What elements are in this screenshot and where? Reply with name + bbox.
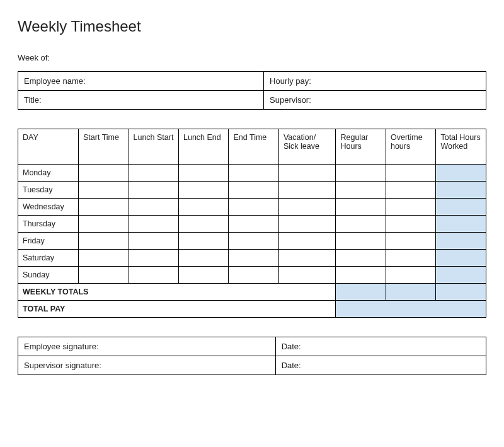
total-pay-label: TOTAL PAY <box>18 301 336 318</box>
day-cell: Saturday <box>18 250 79 267</box>
table-row: Sunday <box>18 267 486 284</box>
vacation-sick-cell[interactable] <box>278 216 336 233</box>
header-total-hours: Total Hours Worked <box>436 129 486 165</box>
overtime-hours-cell[interactable] <box>386 216 435 233</box>
start-time-cell[interactable] <box>79 199 129 216</box>
employee-name-cell[interactable]: Employee name: <box>18 72 264 91</box>
day-cell: Thursday <box>18 216 79 233</box>
vacation-sick-cell[interactable] <box>278 182 336 199</box>
total-pay-cell[interactable] <box>336 301 486 318</box>
total-hours-cell[interactable] <box>436 199 486 216</box>
lunch-start-cell[interactable] <box>129 250 178 267</box>
end-time-cell[interactable] <box>229 250 278 267</box>
day-cell: Monday <box>18 165 79 182</box>
vacation-sick-cell[interactable] <box>278 250 336 267</box>
header-lunch-end: Lunch End <box>178 129 228 165</box>
regular-hours-cell[interactable] <box>336 216 386 233</box>
start-time-cell[interactable] <box>79 182 129 199</box>
overtime-hours-cell[interactable] <box>386 199 435 216</box>
employee-info-table: Employee name: Hourly pay: Title: Superv… <box>18 71 486 110</box>
vacation-sick-cell[interactable] <box>278 267 336 284</box>
lunch-end-cell[interactable] <box>178 216 228 233</box>
header-start-time: Start Time <box>79 129 129 165</box>
overtime-hours-cell[interactable] <box>386 267 435 284</box>
start-time-cell[interactable] <box>79 267 129 284</box>
table-row: Saturday <box>18 250 486 267</box>
signature-table: Employee signature: Date: Supervisor sig… <box>18 337 486 375</box>
lunch-start-cell[interactable] <box>129 199 178 216</box>
total-hours-cell[interactable] <box>436 216 486 233</box>
lunch-start-cell[interactable] <box>129 165 178 182</box>
lunch-end-cell[interactable] <box>178 250 228 267</box>
header-vacation-sick: Vacation/ Sick leave <box>278 129 336 165</box>
start-time-cell[interactable] <box>79 216 129 233</box>
hourly-pay-cell[interactable]: Hourly pay: <box>264 72 486 91</box>
day-cell: Tuesday <box>18 182 79 199</box>
supervisor-cell[interactable]: Supervisor: <box>264 91 486 110</box>
end-time-cell[interactable] <box>229 233 278 250</box>
lunch-start-cell[interactable] <box>129 182 178 199</box>
end-time-cell[interactable] <box>229 216 278 233</box>
timesheet-table: DAY Start Time Lunch Start Lunch End End… <box>18 129 486 318</box>
weekly-totals-total[interactable] <box>436 284 486 301</box>
end-time-cell[interactable] <box>229 165 278 182</box>
table-row: Wednesday <box>18 199 486 216</box>
regular-hours-cell[interactable] <box>336 182 386 199</box>
employee-signature-date-cell[interactable]: Date: <box>275 337 486 356</box>
vacation-sick-cell[interactable] <box>278 199 336 216</box>
title-cell[interactable]: Title: <box>18 91 264 110</box>
supervisor-signature-date-cell[interactable]: Date: <box>275 356 486 375</box>
regular-hours-cell[interactable] <box>336 267 386 284</box>
start-time-cell[interactable] <box>79 165 129 182</box>
lunch-end-cell[interactable] <box>178 233 228 250</box>
total-hours-cell[interactable] <box>436 267 486 284</box>
end-time-cell[interactable] <box>229 182 278 199</box>
lunch-end-cell[interactable] <box>178 199 228 216</box>
lunch-end-cell[interactable] <box>178 165 228 182</box>
regular-hours-cell[interactable] <box>336 250 386 267</box>
end-time-cell[interactable] <box>229 199 278 216</box>
lunch-start-cell[interactable] <box>129 267 178 284</box>
total-hours-cell[interactable] <box>436 250 486 267</box>
lunch-end-cell[interactable] <box>178 267 228 284</box>
start-time-cell[interactable] <box>79 233 129 250</box>
end-time-cell[interactable] <box>229 267 278 284</box>
weekly-totals-regular[interactable] <box>336 284 386 301</box>
lunch-start-cell[interactable] <box>129 216 178 233</box>
weekly-totals-row: WEEKLY TOTALS <box>18 284 486 301</box>
header-end-time: End Time <box>229 129 278 165</box>
regular-hours-cell[interactable] <box>336 165 386 182</box>
lunch-start-cell[interactable] <box>129 233 178 250</box>
vacation-sick-cell[interactable] <box>278 233 336 250</box>
table-row: Tuesday <box>18 182 486 199</box>
start-time-cell[interactable] <box>79 250 129 267</box>
header-regular-hours: Regular Hours <box>336 129 386 165</box>
table-row: Thursday <box>18 216 486 233</box>
vacation-sick-cell[interactable] <box>278 165 336 182</box>
header-lunch-start: Lunch Start <box>129 129 178 165</box>
regular-hours-cell[interactable] <box>336 233 386 250</box>
overtime-hours-cell[interactable] <box>386 182 435 199</box>
header-overtime-hours: Overtime hours <box>386 129 435 165</box>
page-title: Weekly Timesheet <box>18 18 486 35</box>
table-row: Monday <box>18 165 486 182</box>
lunch-end-cell[interactable] <box>178 182 228 199</box>
day-cell: Wednesday <box>18 199 79 216</box>
supervisor-signature-cell[interactable]: Supervisor signature: <box>18 356 276 375</box>
total-hours-cell[interactable] <box>436 165 486 182</box>
overtime-hours-cell[interactable] <box>386 165 435 182</box>
overtime-hours-cell[interactable] <box>386 250 435 267</box>
weekly-totals-label: WEEKLY TOTALS <box>18 284 336 301</box>
total-pay-row: TOTAL PAY <box>18 301 486 318</box>
week-of-label: Week of: <box>18 53 486 62</box>
total-hours-cell[interactable] <box>436 182 486 199</box>
timesheet-header-row: DAY Start Time Lunch Start Lunch End End… <box>18 129 486 165</box>
table-row: Friday <box>18 233 486 250</box>
overtime-hours-cell[interactable] <box>386 233 435 250</box>
employee-signature-cell[interactable]: Employee signature: <box>18 337 276 356</box>
regular-hours-cell[interactable] <box>336 199 386 216</box>
header-day: DAY <box>18 129 79 165</box>
total-hours-cell[interactable] <box>436 233 486 250</box>
weekly-totals-overtime[interactable] <box>386 284 435 301</box>
day-cell: Friday <box>18 233 79 250</box>
